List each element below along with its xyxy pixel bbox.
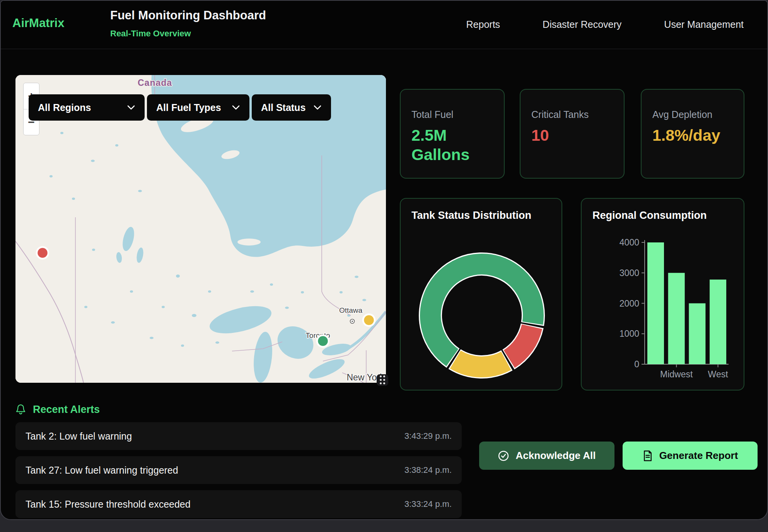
nav-item-user-management[interactable]: User Management	[664, 19, 744, 30]
y-tick-label: 2000	[620, 298, 639, 309]
nav-item-reports[interactable]: Reports	[466, 19, 500, 30]
x-tick-label: West	[708, 369, 729, 379]
tank-status-panel: Tank Status Distribution	[400, 198, 562, 390]
bar-2	[689, 304, 705, 365]
document-icon	[642, 450, 653, 462]
generate-report-label: Generate Report	[659, 450, 738, 462]
page-title: Fuel Monitoring Dashboard	[110, 9, 266, 22]
bar-3	[710, 280, 726, 364]
y-tick-label: 4000	[620, 237, 639, 247]
bar-0	[647, 242, 664, 364]
map-canvas: Canada Ottawa Toronto New York	[15, 75, 386, 383]
alerts-header: Recent Alerts	[15, 404, 100, 416]
x-tick-label: Midwest	[660, 369, 693, 379]
chevron-down-icon	[127, 105, 135, 110]
stat-label: Avg Depletion	[652, 109, 744, 120]
chevron-down-icon	[313, 105, 322, 110]
bell-icon	[15, 404, 26, 415]
regional-consumption-bar-chart: 01000200030004000MidwestWest	[582, 199, 745, 391]
map-filter-bar: All RegionsAll Fuel TypesAll Status	[29, 94, 331, 121]
main-nav: ReportsDisaster RecoveryUser Management	[466, 19, 744, 30]
map-city-symbol-dot	[352, 321, 353, 322]
alert-row: Tank 15: Pressure threshold exceeded3:33…	[15, 490, 462, 518]
stat-label: Total Fuel	[411, 109, 504, 120]
resize-handle-icon[interactable]	[377, 374, 388, 386]
bar-1	[668, 273, 685, 364]
header: AirMatrix Fuel Monitoring Dashboard Real…	[1, 1, 767, 49]
filter-label: All Regions	[38, 102, 91, 113]
alerts-title: Recent Alerts	[33, 404, 100, 416]
alert-row: Tank 2: Low fuel warning3:43:29 p.m.	[15, 422, 462, 450]
tank-marker-critical[interactable]	[37, 247, 48, 259]
filter-label: All Fuel Types	[156, 102, 221, 113]
stat-label: Critical Tanks	[531, 109, 624, 120]
alert-timestamp: 3:38:24 p.m.	[404, 465, 452, 475]
alert-message: Tank 27: Low fuel warning triggered	[26, 465, 178, 476]
map-label-ottawa: Ottawa	[339, 306, 363, 314]
y-tick-label: 3000	[620, 268, 639, 278]
stat-card-total-fuel: Total Fuel2.5M Gallons	[400, 89, 505, 179]
filter-label: All Status	[261, 102, 305, 113]
donut-segment-warning	[456, 360, 506, 367]
page-subtitle: Real-Time Overview	[110, 29, 191, 39]
filter-dropdown-all-regions[interactable]: All Regions	[29, 94, 145, 121]
fuel-map[interactable]: Canada Ottawa Toronto New York + − All R…	[15, 75, 386, 383]
alert-timestamp: 3:43:29 p.m.	[404, 431, 452, 441]
y-tick-label: 1000	[620, 329, 639, 339]
map-island	[237, 239, 261, 246]
stat-value: 10	[531, 126, 611, 145]
donut-segment-critical	[509, 327, 532, 359]
alert-timestamp: 3:33:24 p.m.	[404, 499, 452, 509]
tank-marker-warning[interactable]	[363, 314, 375, 326]
acknowledge-all-label: Acknowledge All	[515, 450, 596, 462]
stat-value: 2.5M Gallons	[411, 126, 491, 164]
filter-dropdown-all-fuel-types[interactable]: All Fuel Types	[147, 94, 249, 121]
map-label-country: Canada	[138, 78, 172, 88]
filter-dropdown-all-status[interactable]: All Status	[252, 94, 331, 121]
alert-message: Tank 2: Low fuel warning	[26, 431, 132, 442]
y-tick-label: 0	[634, 359, 639, 369]
stat-card-critical-tanks: Critical Tanks10	[520, 89, 625, 179]
regional-consumption-panel: Regional Consumption 01000200030004000Mi…	[581, 198, 744, 390]
brand-logo[interactable]: AirMatrix	[12, 16, 64, 30]
alert-row: Tank 27: Low fuel warning triggered3:38:…	[15, 456, 462, 484]
nav-item-disaster-recovery[interactable]: Disaster Recovery	[543, 19, 621, 30]
stat-value: 1.8%/​day	[652, 126, 732, 145]
check-circle-icon	[498, 450, 509, 462]
dashboard-window: AirMatrix Fuel Monitoring Dashboard Real…	[0, 0, 768, 520]
alert-message: Tank 15: Pressure threshold exceeded	[26, 499, 191, 510]
generate-report-button[interactable]: Generate Report	[623, 442, 758, 470]
tank-marker-normal[interactable]	[317, 335, 329, 347]
chevron-down-icon	[232, 105, 240, 110]
stat-card-avg-depletion: Avg Depletion1.8%/​day	[641, 89, 744, 179]
tank-status-donut-chart	[401, 199, 563, 391]
acknowledge-all-button[interactable]: Acknowledge All	[479, 442, 614, 470]
